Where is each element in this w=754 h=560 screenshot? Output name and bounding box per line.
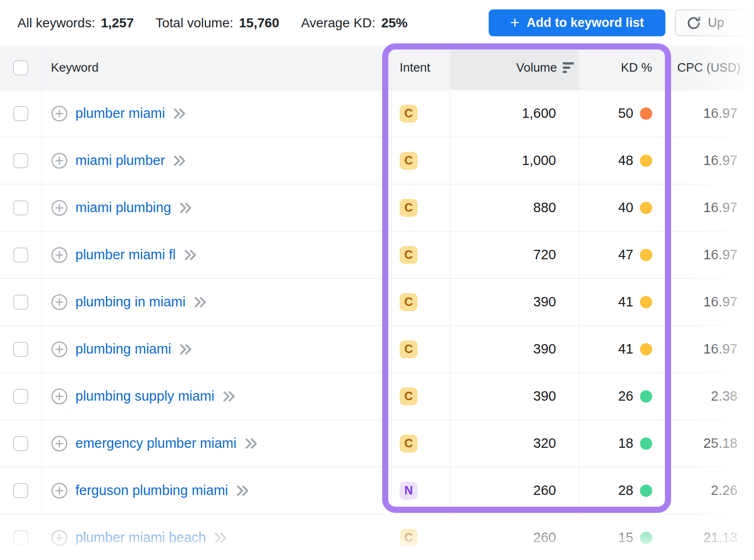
- column-header-intent[interactable]: Intent: [391, 46, 450, 90]
- add-keyword-plus-icon[interactable]: [51, 529, 68, 546]
- column-header-volume[interactable]: Volume: [450, 46, 579, 90]
- intent-badge: N: [400, 482, 418, 500]
- row-checkbox[interactable]: [13, 153, 28, 168]
- kd-value: 41: [618, 341, 633, 357]
- row-checkbox[interactable]: [13, 389, 28, 404]
- double-chevron-icon[interactable]: [222, 390, 236, 403]
- kd-value: 48: [618, 153, 633, 168]
- sort-descending-icon: [563, 62, 574, 73]
- keyword-link[interactable]: plumbing miami: [75, 341, 171, 357]
- row-checkbox[interactable]: [13, 295, 28, 310]
- select-all-cell: [0, 46, 41, 90]
- keyword-link[interactable]: plumbing supply miami: [75, 388, 214, 404]
- cpc-value: 16.97: [669, 90, 754, 137]
- add-keyword-plus-icon[interactable]: [51, 105, 68, 122]
- column-divider: [669, 46, 670, 514]
- cpc-value: 16.97: [669, 137, 754, 184]
- column-divider: [41, 46, 42, 514]
- cpc-value: 16.97: [669, 279, 754, 325]
- volume-value: 390: [450, 326, 579, 372]
- volume-value: 880: [450, 184, 579, 231]
- table-header: Keyword Intent Volume KD % CPC (USD): [0, 46, 754, 90]
- table-row: miami plumber C 1,000 48 16.97: [0, 137, 754, 184]
- stat-label: Average KD:: [301, 16, 376, 31]
- kd-dot: [640, 107, 652, 120]
- kd-value: 50: [618, 106, 633, 121]
- kd-value: 15: [618, 530, 633, 545]
- double-chevron-icon[interactable]: [244, 437, 258, 450]
- keyword-link[interactable]: miami plumbing: [75, 200, 171, 215]
- table-row: plumbing miami C 390 41 16.97: [0, 325, 754, 372]
- kd-value: 18: [618, 436, 633, 451]
- add-keyword-plus-icon[interactable]: [51, 247, 68, 264]
- kd-dot: [640, 343, 652, 355]
- column-divider: [450, 46, 451, 514]
- keyword-link[interactable]: plumber miami: [75, 106, 165, 121]
- stat-average-kd: Average KD: 25%: [301, 16, 408, 31]
- stat-value: 1,257: [101, 16, 134, 31]
- row-checkbox[interactable]: [13, 483, 28, 498]
- keyword-link[interactable]: plumber miami beach: [75, 530, 206, 545]
- kd-dot: [640, 437, 652, 450]
- update-metrics-button[interactable]: Up: [675, 9, 754, 36]
- double-chevron-icon[interactable]: [179, 201, 193, 214]
- stat-total-volume: Total volume: 15,760: [156, 16, 279, 31]
- double-chevron-icon[interactable]: [179, 343, 193, 356]
- kd-dot: [640, 155, 652, 167]
- double-chevron-icon[interactable]: [172, 107, 187, 120]
- row-checkbox[interactable]: [13, 200, 28, 215]
- keyword-link[interactable]: ferguson plumbing miami: [75, 483, 228, 498]
- add-to-keyword-list-button[interactable]: + Add to keyword list: [489, 9, 665, 36]
- row-checkbox[interactable]: [13, 436, 28, 451]
- double-chevron-icon[interactable]: [213, 531, 228, 544]
- volume-value: 260: [450, 467, 579, 514]
- kd-dot: [640, 485, 652, 497]
- add-keyword-plus-icon[interactable]: [51, 388, 68, 405]
- keyword-magic-tool-results: All keywords: 1,257 Total volume: 15,760…: [0, 0, 754, 560]
- keyword-link[interactable]: plumbing in miami: [75, 294, 186, 310]
- refresh-icon: [686, 16, 701, 31]
- select-all-checkbox[interactable]: [13, 60, 28, 75]
- intent-badge: C: [400, 105, 418, 123]
- table-row: miami plumbing C 880 40 16.97: [0, 184, 754, 231]
- toolbar: All keywords: 1,257 Total volume: 15,760…: [0, 0, 754, 46]
- cpc-value: 2.38: [669, 373, 754, 420]
- double-chevron-icon[interactable]: [193, 296, 207, 309]
- column-header-keyword[interactable]: Keyword: [41, 46, 391, 90]
- add-keyword-plus-icon[interactable]: [51, 341, 68, 358]
- keyword-link[interactable]: plumber miami fl: [75, 247, 176, 263]
- cpc-value: 16.97: [669, 184, 754, 231]
- column-header-kd[interactable]: KD %: [579, 46, 669, 90]
- volume-value: 390: [450, 279, 579, 325]
- add-keyword-plus-icon[interactable]: [51, 482, 68, 499]
- cpc-value: 16.97: [669, 326, 754, 372]
- row-checkbox[interactable]: [13, 530, 28, 545]
- intent-badge: C: [400, 199, 418, 217]
- cpc-value: 25.18: [669, 420, 754, 467]
- double-chevron-icon[interactable]: [236, 484, 250, 497]
- plus-icon: +: [510, 14, 520, 30]
- kd-dot: [640, 296, 652, 308]
- column-header-cpc[interactable]: CPC (USD): [669, 46, 754, 90]
- volume-value: 320: [450, 420, 579, 467]
- intent-badge: C: [400, 435, 418, 453]
- double-chevron-icon[interactable]: [183, 248, 197, 262]
- kd-dot: [640, 249, 652, 261]
- add-keyword-plus-icon[interactable]: [51, 199, 68, 216]
- keyword-link[interactable]: emergency plumber miami: [75, 436, 237, 451]
- intent-badge: C: [400, 387, 418, 405]
- stat-value: 15,760: [239, 16, 279, 31]
- double-chevron-icon[interactable]: [172, 154, 187, 167]
- intent-badge: C: [400, 246, 418, 264]
- row-checkbox[interactable]: [13, 342, 28, 357]
- column-divider: [579, 46, 579, 514]
- keyword-link[interactable]: miami plumber: [75, 153, 165, 168]
- cpc-value: 21.13: [669, 514, 754, 560]
- add-keyword-plus-icon[interactable]: [51, 294, 68, 311]
- row-checkbox[interactable]: [13, 247, 28, 263]
- add-keyword-plus-icon[interactable]: [51, 435, 68, 452]
- row-checkbox[interactable]: [13, 106, 28, 121]
- column-divider: [391, 46, 392, 514]
- table-row: plumber miami C 1,600 50 16.97: [0, 90, 754, 137]
- add-keyword-plus-icon[interactable]: [51, 152, 68, 169]
